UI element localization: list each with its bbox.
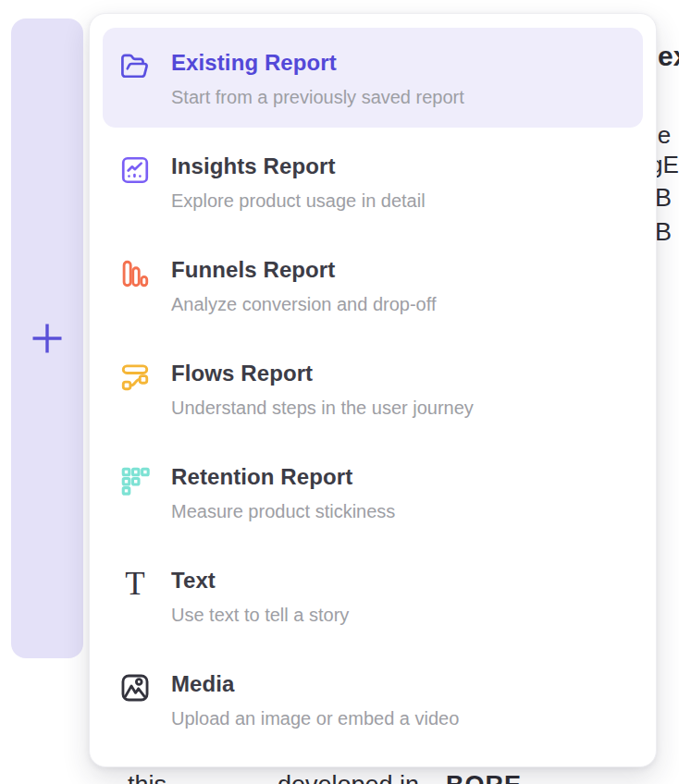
background-text-fragment: BORE xyxy=(446,773,522,784)
background-text-fragment: ex xyxy=(658,43,679,70)
menu-item-text-block: Insights Report Explore product usage in… xyxy=(171,154,426,211)
menu-item-title: Flows Report xyxy=(171,361,474,386)
menu-item-title: Text xyxy=(171,569,349,593)
menu-item-subtitle: Analyze conversion and drop-off xyxy=(171,294,436,314)
menu-item-text-block: Text Use text to tell a story xyxy=(171,569,349,625)
menu-item-text-block: Retention Report Measure product stickin… xyxy=(171,465,395,521)
menu-item-subtitle: Explore product usage in detail xyxy=(171,190,426,211)
retention-grid-icon xyxy=(119,465,151,496)
flows-icon xyxy=(119,361,151,393)
background-text-fragment: B xyxy=(655,220,672,245)
menu-item-subtitle: Understand steps in the user journey xyxy=(171,398,474,418)
insights-chart-icon xyxy=(119,154,151,186)
background-text-fragment: this xyxy=(128,773,167,784)
funnels-bars-icon xyxy=(119,258,151,289)
menu-item-title: Existing Report xyxy=(171,51,464,75)
menu-item-existing-report[interactable]: Existing Report Start from a previously … xyxy=(103,28,643,128)
menu-item-flows-report[interactable]: Flows Report Understand steps in the use… xyxy=(103,338,643,438)
text-icon: T xyxy=(119,569,151,600)
add-content-rail[interactable] xyxy=(11,18,83,658)
menu-item-subtitle: Measure product stickiness xyxy=(171,501,395,521)
menu-item-subtitle: Use text to tell a story xyxy=(171,605,349,625)
menu-item-title: Retention Report xyxy=(171,465,395,489)
background-text-fragment: developed in xyxy=(278,773,419,784)
menu-item-text-block: Existing Report Start from a previously … xyxy=(171,51,464,107)
media-image-icon xyxy=(119,672,151,704)
menu-item-retention-report[interactable]: Retention Report Measure product stickin… xyxy=(103,442,643,542)
menu-item-title: Funnels Report xyxy=(171,258,436,282)
menu-item-text-block: Flows Report Understand steps in the use… xyxy=(171,361,474,418)
menu-item-funnels-report[interactable]: Funnels Report Analyze conversion and dr… xyxy=(103,235,643,335)
plus-icon xyxy=(31,322,64,355)
menu-item-title: Media xyxy=(171,672,459,696)
background-text-fragment: B xyxy=(655,186,672,211)
menu-item-media[interactable]: Media Upload an image or embed a video xyxy=(103,649,643,749)
menu-item-text[interactable]: T Text Use text to tell a story xyxy=(103,545,643,645)
add-report-menu: Existing Report Start from a previously … xyxy=(89,13,657,767)
menu-item-text-block: Funnels Report Analyze conversion and dr… xyxy=(171,258,436,314)
menu-item-insights-report[interactable]: Insights Report Explore product usage in… xyxy=(103,131,643,231)
folder-open-icon xyxy=(119,51,151,82)
menu-item-text-block: Media Upload an image or embed a video xyxy=(171,672,459,729)
text-icon-glyph: T xyxy=(125,569,144,600)
menu-item-subtitle: Start from a previously saved report xyxy=(171,87,464,107)
menu-item-title: Insights Report xyxy=(171,154,426,178)
menu-item-subtitle: Upload an image or embed a video xyxy=(171,708,459,729)
